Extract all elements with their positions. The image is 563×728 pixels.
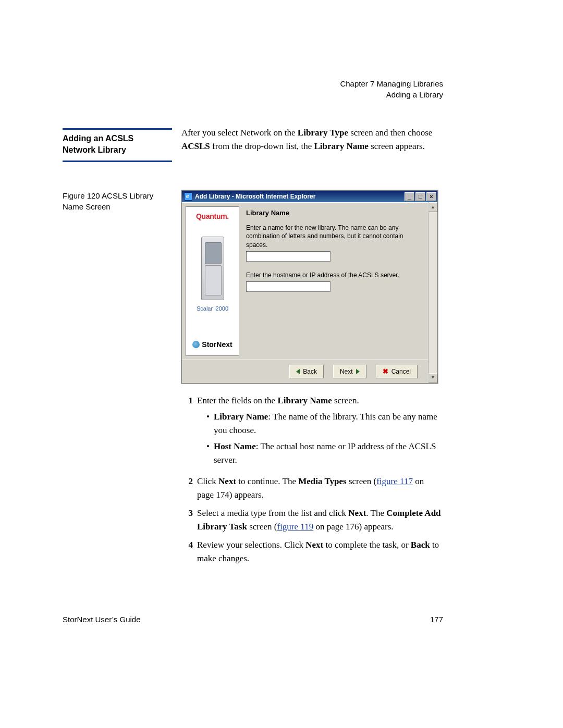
hostname-input[interactable] (246, 281, 331, 292)
cancel-button[interactable]: ✖Cancel (376, 365, 418, 378)
scroll-up-button[interactable]: ▲ (429, 202, 437, 212)
page-header: Chapter 7 Managing Libraries Adding a Li… (63, 78, 443, 100)
rule-top (63, 128, 172, 130)
form-title: Library Name (246, 208, 421, 218)
window-titlebar: Add Library - Microsoft Internet Explore… (182, 191, 437, 202)
next-arrow-icon (356, 369, 360, 374)
stornext-icon (192, 341, 200, 348)
step-1-bullet-2: Host Name: The actual host name or IP ad… (214, 440, 443, 466)
scroll-track[interactable] (429, 212, 437, 373)
minimize-button[interactable]: _ (405, 192, 414, 201)
library-model: Scalar i2000 (197, 304, 228, 313)
wizard-button-row: Back Next ✖Cancel (182, 360, 428, 383)
figure-119-link[interactable]: figure 119 (277, 522, 313, 532)
library-name-input[interactable] (246, 251, 331, 262)
step-1: Enter the fields on the Library Name scr… (197, 394, 443, 470)
maximize-button[interactable]: □ (415, 192, 425, 201)
figure-caption: Figure 120 ACSLS Library Name Screen (63, 190, 172, 212)
footer-left: StorNext User’s Guide (63, 615, 141, 624)
scrollbar[interactable]: ▲ ▼ (428, 202, 437, 383)
footer-page-number: 177 (430, 615, 443, 624)
wizard-left-panel: Quantum. Scalar i2000 StorNext (186, 206, 239, 356)
chapter-label: Chapter 7 Managing Libraries (63, 78, 443, 89)
figure-117-link[interactable]: figure 117 (376, 476, 413, 486)
steps-list: 1 Enter the fields on the Library Name s… (181, 394, 443, 565)
page-footer: StorNext User’s Guide 177 (63, 615, 443, 624)
rule-bottom (63, 161, 172, 162)
scroll-down-button[interactable]: ▼ (429, 373, 437, 383)
wizard-form: Library Name Enter a name for the new li… (243, 203, 428, 360)
stornext-logo: StorNext (192, 339, 232, 350)
section-label: Adding a Library (63, 89, 443, 100)
ie-icon (184, 192, 192, 201)
screenshot-window: Add Library - Microsoft Internet Explore… (181, 190, 438, 384)
step-1-bullet-1: Library Name: The name of the library. T… (214, 410, 443, 437)
step-3: Select a media type from the list and cl… (197, 507, 443, 533)
close-button[interactable]: × (426, 192, 436, 201)
field2-desc: Enter the hostname or IP address of the … (246, 271, 421, 280)
step-2: Click Next to continue. The Media Types … (197, 475, 443, 501)
side-heading: Adding an ACSLS Network Library (63, 133, 172, 155)
cancel-x-icon: ✖ (383, 366, 388, 377)
back-arrow-icon (296, 369, 300, 374)
next-button[interactable]: Next (333, 365, 366, 378)
field1-desc: Enter a name for the new library. The na… (246, 224, 421, 250)
step-4: Review your selections. Click Next to co… (197, 538, 443, 565)
intro-paragraph: After you select Network on the Library … (181, 126, 443, 153)
back-button[interactable]: Back (289, 365, 324, 378)
quantum-logo: Quantum. (196, 211, 229, 222)
window-title: Add Library - Microsoft Internet Explore… (195, 192, 315, 201)
library-image (201, 237, 224, 300)
